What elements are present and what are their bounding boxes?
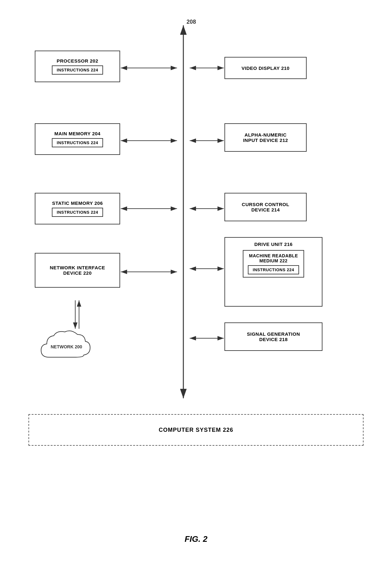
- diagram: 208 PROCESSOR 202 INSTRUCTIONS 224 VIDEO…: [22, 9, 370, 531]
- svg-text:208: 208: [187, 19, 196, 25]
- processor-box: PROCESSOR 202 INSTRUCTIONS 224: [35, 51, 120, 82]
- drive-instructions: INSTRUCTIONS 224: [248, 265, 299, 274]
- computer-system-label: COMPUTER SYSTEM 226: [159, 427, 233, 433]
- cursor-control-label: CURSOR CONTROL DEVICE 214: [242, 202, 289, 212]
- video-display-label: VIDEO DISPLAY 210: [242, 65, 290, 71]
- drive-unit-label: DRIVE UNIT 216: [254, 242, 292, 247]
- cursor-control-box: CURSOR CONTROL DEVICE 214: [224, 193, 307, 221]
- static-memory-label: STATIC MEMORY 206: [52, 200, 103, 206]
- main-memory-label: MAIN MEMORY 204: [54, 131, 101, 136]
- signal-generation-label: SIGNAL GENERATION DEVICE 218: [247, 331, 300, 342]
- drive-unit-box: DRIVE UNIT 216 MACHINE READABLE MEDIUM 2…: [224, 237, 322, 307]
- processor-label: PROCESSOR 202: [57, 58, 98, 64]
- video-display-box: VIDEO DISPLAY 210: [224, 57, 307, 79]
- signal-generation-box: SIGNAL GENERATION DEVICE 218: [224, 322, 322, 351]
- svg-text:NETWORK 200: NETWORK 200: [51, 344, 82, 349]
- main-memory-box: MAIN MEMORY 204 INSTRUCTIONS 224: [35, 123, 120, 155]
- static-memory-instructions: INSTRUCTIONS 224: [52, 208, 103, 217]
- main-memory-instructions: INSTRUCTIONS 224: [52, 138, 103, 147]
- network-interface-box: NETWORK INTERFACE DEVICE 220: [35, 253, 120, 288]
- computer-system-box: COMPUTER SYSTEM 226: [28, 414, 364, 446]
- machine-readable-label: MACHINE READABLE MEDIUM 222: [249, 253, 298, 263]
- network-cloud: NETWORK 200: [32, 326, 101, 371]
- figure-label: FIG. 2: [185, 534, 207, 544]
- static-memory-box: STATIC MEMORY 206 INSTRUCTIONS 224: [35, 193, 120, 224]
- alpha-numeric-box: ALPHA-NUMERIC INPUT DEVICE 212: [224, 123, 307, 152]
- processor-instructions: INSTRUCTIONS 224: [52, 65, 103, 75]
- network-interface-label: NETWORK INTERFACE DEVICE 220: [50, 265, 105, 276]
- alpha-numeric-label: ALPHA-NUMERIC INPUT DEVICE 212: [243, 132, 288, 143]
